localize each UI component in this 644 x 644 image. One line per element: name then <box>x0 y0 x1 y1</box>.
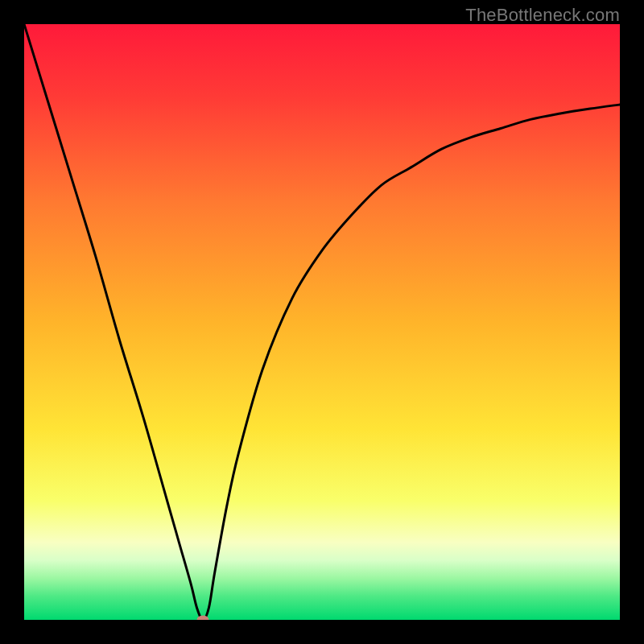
curve-layer <box>24 24 620 620</box>
bottleneck-curve <box>24 24 620 620</box>
optimal-point-marker <box>197 616 209 621</box>
watermark-text: TheBottleneck.com <box>465 5 620 26</box>
plot-area <box>24 24 620 620</box>
chart-frame: TheBottleneck.com <box>0 0 644 644</box>
